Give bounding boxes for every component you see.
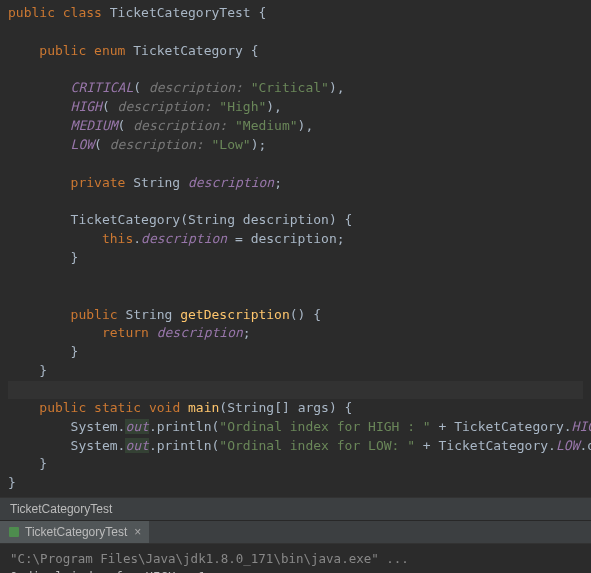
run-tab-label: TicketCategoryTest xyxy=(25,525,127,539)
code-line: this.description = description; xyxy=(8,230,583,249)
code-line: public static void main(String[] args) { xyxy=(8,399,583,418)
code-line xyxy=(8,23,583,42)
code-line: private String description; xyxy=(8,174,583,193)
code-line: } xyxy=(8,343,583,362)
code-line xyxy=(8,61,583,80)
code-line: TicketCategory(String description) { xyxy=(8,211,583,230)
breadcrumb[interactable]: TicketCategoryTest xyxy=(0,497,591,521)
code-line xyxy=(8,192,583,211)
run-config-icon xyxy=(8,526,20,538)
code-line: MEDIUM( description: "Medium"), xyxy=(8,117,583,136)
run-tab-bar: TicketCategoryTest × xyxy=(0,521,591,544)
code-line: } xyxy=(8,474,583,493)
code-editor[interactable]: public class TicketCategoryTest { public… xyxy=(0,0,591,497)
code-line: public class TicketCategoryTest { xyxy=(8,4,583,23)
console-output[interactable]: "C:\Program Files\Java\jdk1.8.0_171\bin\… xyxy=(0,544,591,573)
code-line: HIGH( description: "High"), xyxy=(8,98,583,117)
code-line: System.out.println("Ordinal index for LO… xyxy=(8,437,583,456)
code-line: System.out.println("Ordinal index for HI… xyxy=(8,418,583,437)
cursor-line xyxy=(8,381,583,399)
code-line: public enum TicketCategory { xyxy=(8,42,583,61)
code-line xyxy=(8,155,583,174)
code-line: public String getDescription() { xyxy=(8,306,583,325)
console-command: "C:\Program Files\Java\jdk1.8.0_171\bin\… xyxy=(10,550,581,568)
code-line xyxy=(8,268,583,287)
svg-rect-0 xyxy=(9,527,19,537)
code-line: LOW( description: "Low"); xyxy=(8,136,583,155)
code-line: CRITICAL( description: "Critical"), xyxy=(8,79,583,98)
code-line: } xyxy=(8,455,583,474)
code-line: } xyxy=(8,249,583,268)
breadcrumb-item: TicketCategoryTest xyxy=(10,502,112,516)
run-tab[interactable]: TicketCategoryTest × xyxy=(0,521,149,543)
console-line: Ordinal index for HIGH : 1 xyxy=(10,568,581,573)
code-line: } xyxy=(8,362,583,381)
close-icon[interactable]: × xyxy=(132,525,143,539)
code-line xyxy=(8,287,583,306)
code-line: return description; xyxy=(8,324,583,343)
